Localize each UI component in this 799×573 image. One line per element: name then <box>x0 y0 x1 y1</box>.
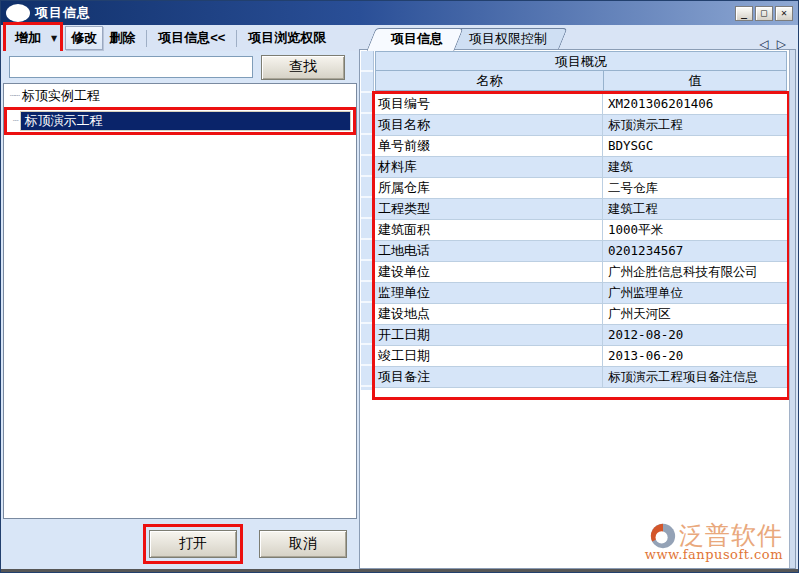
tab-strip: 项目信息 项目权限控制 ◁ ▷ <box>357 25 796 51</box>
project-detail-table: 项目概况 名称 值 项目编号 XM201306201406 项目名称 标顶演示工… <box>375 51 787 400</box>
row-name-cell: 项目备注 <box>375 367 603 387</box>
watermark-brand: 泛普软件 <box>679 523 783 549</box>
row-name-cell: 工地电话 <box>375 241 603 261</box>
fanpu-logo-icon <box>649 522 677 550</box>
table-row[interactable]: 所属仓库 二号仓库 <box>375 178 787 199</box>
row-value-cell: 广州监理单位 <box>603 283 787 303</box>
column-header-value[interactable]: 值 <box>604 71 786 90</box>
row-name-cell: 所属仓库 <box>375 178 603 198</box>
dropdown-arrow-icon[interactable]: ▼ <box>51 34 57 43</box>
table-row[interactable]: 项目编号 XM201306201406 <box>375 94 787 115</box>
group-header: 项目概况 <box>375 51 787 71</box>
toolbar-separator <box>236 30 237 47</box>
table-row[interactable]: 建设单位 广州企胜信息科技有限公司 <box>375 262 787 283</box>
watermark: 泛普软件 www.fanpusoft.com <box>645 522 783 562</box>
table-row[interactable]: 工程类型 建筑工程 <box>375 199 787 220</box>
table-row[interactable]: 竣工日期 2013-06-20 <box>375 346 787 367</box>
tab-project-info[interactable]: 项目信息 <box>371 28 459 51</box>
add-button[interactable]: 增加 <box>9 26 47 50</box>
row-name-cell: 项目编号 <box>375 94 603 114</box>
top-strip: 增加 ▼ 修改 删除 项目信息<< 项目浏览权限 项目信息 项目权限控制 ◁ ▷ <box>1 25 796 51</box>
tab-permission-control[interactable]: 项目权限控制 <box>449 28 563 51</box>
table-row[interactable]: 开工日期 2012-08-20 <box>375 325 787 346</box>
row-name-cell: 监理单位 <box>375 283 603 303</box>
row-name-cell: 工程类型 <box>375 199 603 219</box>
delete-button[interactable]: 删除 <box>103 26 141 50</box>
toolbar: 增加 ▼ 修改 删除 项目信息<< 项目浏览权限 <box>1 25 357 51</box>
minimize-button[interactable]: _ <box>735 6 753 21</box>
table-row[interactable]: 监理单位 广州监理单位 <box>375 283 787 304</box>
row-value-cell: 2013-06-20 <box>603 346 787 366</box>
tree-item-example-project[interactable]: ┄┄ 标顶实例工程 <box>4 86 356 106</box>
tree-item-demo-project[interactable]: ┄ 标顶演示工程 <box>9 111 351 131</box>
browse-permission-button[interactable]: 项目浏览权限 <box>242 26 332 50</box>
tree-connector-icon: ┄┄ <box>10 91 19 101</box>
row-value-cell: 广州企胜信息科技有限公司 <box>603 262 787 282</box>
row-value-cell: 广州天河区 <box>603 304 787 324</box>
titlebar: 项目信息 _ □ ✕ <box>1 1 798 25</box>
row-value-cell: 标顶演示工程项目备注信息 <box>603 367 787 387</box>
row-name-cell: 建设单位 <box>375 262 603 282</box>
highlight-box-add: 增加 ▼ <box>3 22 63 54</box>
table-row[interactable]: 材料库 建筑 <box>375 157 787 178</box>
row-name-cell: 建筑面积 <box>375 220 603 240</box>
left-panel: 查找 ┄┄ 标顶实例工程 ┄ 标顶演示工程 打开 取消 <box>1 51 359 569</box>
table-row[interactable]: 建筑面积 1000平米 <box>375 220 787 241</box>
row-value-cell: 0201234567 <box>603 241 787 261</box>
row-value-cell: BDYSGC <box>603 136 787 156</box>
table-row[interactable]: 项目名称 标顶演示工程 <box>375 115 787 136</box>
row-name-cell: 建设地点 <box>375 304 603 324</box>
row-value-cell: 标顶演示工程 <box>603 115 787 135</box>
table-row[interactable]: 项目备注 标顶演示工程项目备注信息 <box>375 367 787 388</box>
row-value-cell: 建筑 <box>603 157 787 177</box>
find-button[interactable]: 查找 <box>261 55 345 80</box>
row-value-cell: XM201306201406 <box>603 94 787 114</box>
watermark-url: www.fanpusoft.com <box>645 547 783 562</box>
search-input[interactable] <box>9 56 253 78</box>
highlight-box-table: 项目编号 XM201306201406 项目名称 标顶演示工程 单号前缀 BDY… <box>372 91 790 400</box>
project-info-window: 项目信息 _ □ ✕ 增加 ▼ 修改 删除 项目信息<< 项目浏览权限 项目信息… <box>0 0 799 573</box>
highlight-box-selected-project: ┄ 标顶演示工程 <box>4 107 356 135</box>
column-header-name[interactable]: 名称 <box>376 71 604 90</box>
row-name-cell: 项目名称 <box>375 115 603 135</box>
window-title: 项目信息 <box>35 4 91 22</box>
modify-button[interactable]: 修改 <box>65 26 103 50</box>
dialog-footer: 打开 取消 <box>1 519 359 569</box>
row-value-cell: 建筑工程 <box>603 199 787 219</box>
maximize-button[interactable]: □ <box>755 6 773 21</box>
highlight-box-open: 打开 <box>143 524 243 564</box>
close-button[interactable]: ✕ <box>775 6 793 21</box>
row-name-cell: 材料库 <box>375 157 603 177</box>
row-value-cell: 2012-08-20 <box>603 325 787 345</box>
project-tree: ┄┄ 标顶实例工程 ┄ 标顶演示工程 <box>3 83 357 519</box>
table-row[interactable]: 单号前缀 BDYSGC <box>375 136 787 157</box>
window-bottom-edge <box>1 569 798 572</box>
cancel-button[interactable]: 取消 <box>259 530 347 558</box>
row-name-cell: 竣工日期 <box>375 346 603 366</box>
tree-connector-icon: ┄ <box>13 116 17 126</box>
open-button[interactable]: 打开 <box>149 530 237 558</box>
vertical-scrollbar[interactable] <box>789 50 795 568</box>
project-info-toggle-button[interactable]: 项目信息<< <box>152 26 231 50</box>
search-row: 查找 <box>1 51 359 83</box>
row-name-cell: 开工日期 <box>375 325 603 345</box>
app-icon <box>6 4 30 22</box>
table-row[interactable]: 工地电话 0201234567 <box>375 241 787 262</box>
toolbar-separator <box>146 30 147 47</box>
right-panel: 项目概况 名称 值 项目编号 XM201306201406 项目名称 标顶演示工… <box>359 49 796 569</box>
row-name-cell: 单号前缀 <box>375 136 603 156</box>
row-value-cell: 二号仓库 <box>603 178 787 198</box>
row-value-cell: 1000平米 <box>603 220 787 240</box>
table-row[interactable]: 建设地点 广州天河区 <box>375 304 787 325</box>
